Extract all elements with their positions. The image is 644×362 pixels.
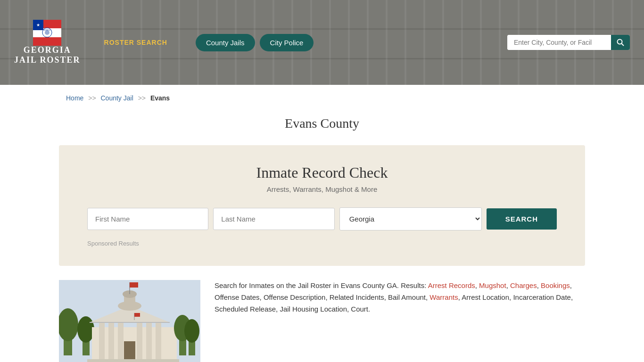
page-title: Evans County	[0, 116, 644, 131]
svg-rect-27	[130, 282, 138, 288]
svg-line-8	[622, 44, 624, 46]
bookings-link[interactable]: Bookings	[541, 281, 570, 289]
svg-text:★: ★	[36, 23, 40, 27]
site-header: GEORGIA ★ GEORGIA JAIL ROSTER ROSTER SEA…	[0, 0, 644, 85]
logo-georgia: GEORGIA	[24, 46, 71, 55]
svg-rect-18	[137, 322, 142, 362]
inmate-check-subtitle: Arrests, Warrants, Mugshot & More	[87, 185, 557, 193]
inmate-search-form: AlabamaAlaskaArizonaArkansasCaliforniaCo…	[87, 207, 557, 230]
last-name-input[interactable]	[213, 208, 334, 230]
breadcrumb-current: Evans	[150, 94, 170, 102]
nav-buttons: County Jails City Police	[196, 34, 314, 51]
svg-point-13	[77, 316, 94, 343]
state-select[interactable]: AlabamaAlaskaArizonaArkansasCaliforniaCo…	[339, 207, 482, 230]
svg-rect-37	[134, 313, 140, 317]
logo-area: GEORGIA ★ GEORGIA JAIL ROSTER	[14, 20, 81, 65]
logo-jail-roster: JAIL ROSTER	[14, 55, 81, 65]
bottom-section: Search for Inmates on the Jail Roster in…	[59, 280, 585, 362]
svg-point-7	[618, 40, 622, 44]
charges-link[interactable]: Charges	[510, 281, 537, 289]
breadcrumb-county-jail[interactable]: County Jail	[101, 94, 133, 102]
county-jails-button[interactable]: County Jails	[196, 34, 255, 51]
courthouse-image	[59, 280, 200, 362]
svg-rect-20	[156, 322, 161, 362]
svg-point-4	[45, 30, 50, 35]
breadcrumb: Home >> County Jail >> Evans	[0, 85, 644, 111]
roster-search-link[interactable]: ROSTER SEARCH	[104, 39, 167, 46]
arrest-records-link[interactable]: Arrest Records	[428, 281, 475, 289]
sponsored-label: Sponsored Results	[87, 240, 557, 247]
breadcrumb-home[interactable]: Home	[66, 94, 83, 102]
inmate-record-check-section: Inmate Record Check Arrests, Warrants, M…	[59, 145, 585, 266]
svg-rect-19	[146, 322, 152, 362]
search-submit-button[interactable]: SEARCH	[487, 208, 557, 230]
svg-rect-28	[87, 359, 179, 362]
svg-point-35	[184, 319, 199, 343]
warrants-link[interactable]: Warrants	[429, 293, 458, 301]
mugshot-link[interactable]: Mugshot	[479, 281, 506, 289]
header-search-bar	[507, 35, 630, 50]
inmate-check-title: Inmate Record Check	[87, 164, 557, 181]
svg-rect-15	[99, 322, 105, 362]
breadcrumb-sep1: >>	[88, 94, 96, 102]
header-search-button[interactable]	[611, 35, 630, 50]
page-title-section: Evans County	[0, 111, 644, 145]
svg-rect-17	[118, 322, 124, 362]
city-police-button[interactable]: City Police	[260, 34, 314, 51]
search-icon	[617, 39, 624, 46]
svg-rect-31	[124, 341, 135, 359]
breadcrumb-sep2: >>	[138, 94, 146, 102]
svg-rect-16	[108, 322, 114, 362]
header-search-input[interactable]	[507, 35, 611, 50]
first-name-input[interactable]	[87, 208, 208, 230]
bottom-description: Search for Inmates on the Jail Roster in…	[215, 280, 585, 315]
georgia-flag-icon: GEORGIA ★	[33, 20, 61, 46]
